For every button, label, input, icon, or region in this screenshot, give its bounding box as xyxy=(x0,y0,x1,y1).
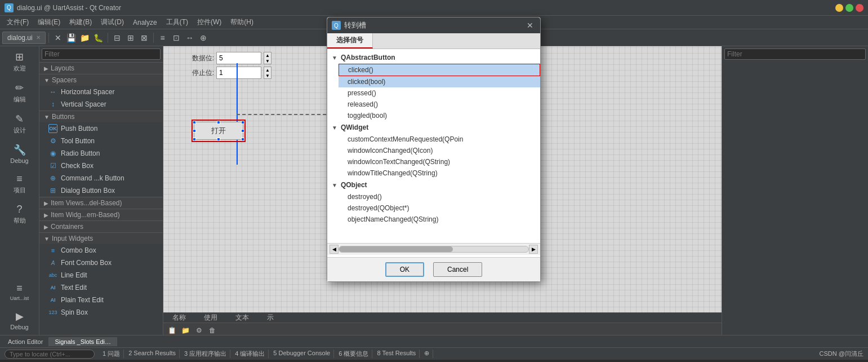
menu-edit[interactable]: 编辑(E) xyxy=(33,16,65,28)
stop-bits-down[interactable]: ▼ xyxy=(264,73,271,78)
signal-custom-context-menu[interactable]: customContextMenuRequested(QPoin xyxy=(339,134,540,145)
horizontal-scrollbar[interactable] xyxy=(339,246,529,253)
widget-command-button[interactable]: ⊕ Command ...k Button xyxy=(39,172,163,184)
modal-tab-select-signal[interactable]: 选择信号 xyxy=(327,33,373,48)
tree-section-qobject[interactable]: ▼ QObject destroyed() destroyed(QObject*… xyxy=(327,179,540,225)
tree-section-qwidget[interactable]: ▼ QWidget customContextMenuRequested(QPo… xyxy=(327,121,540,179)
widget-radio-button[interactable]: ◉ Radio Button xyxy=(39,147,163,160)
menu-tools[interactable]: 工具(T) xyxy=(162,16,193,28)
section-itemviews[interactable]: ▶ Item Views...del-Based) xyxy=(39,197,163,209)
status-overview[interactable]: 6 概要信息 xyxy=(335,350,372,358)
signal-released[interactable]: released() xyxy=(339,99,540,110)
toolbar-layout-v[interactable]: ⊞ xyxy=(124,32,137,44)
tab-close-icon[interactable]: ✕ xyxy=(36,34,41,41)
minimize-button[interactable] xyxy=(835,4,843,12)
sidebar-design[interactable]: ✎ 设计 xyxy=(3,109,37,138)
scrollbar-thumb[interactable] xyxy=(339,246,453,252)
locate-input[interactable] xyxy=(10,351,83,357)
data-bits-down[interactable]: ▼ xyxy=(264,58,271,64)
data-bits-arrows[interactable]: ▲ ▼ xyxy=(264,52,271,64)
widget-line-edit[interactable]: abc Line Edit xyxy=(39,269,163,281)
handle-mid-left[interactable] xyxy=(193,129,196,133)
handle-bot-left[interactable] xyxy=(193,138,196,141)
scroll-left-button[interactable]: ◀ xyxy=(330,245,339,254)
signal-clicked-bool[interactable]: clicked(bool) xyxy=(339,76,540,87)
tree-section-qabstractbutton[interactable]: ▼ QAbstractButton clicked() clicked(bool… xyxy=(327,51,540,121)
tab-action-editor[interactable]: Action Editor xyxy=(2,337,49,346)
close-window-button[interactable] xyxy=(856,4,863,12)
widget-filter-input[interactable] xyxy=(42,48,161,60)
status-add[interactable]: ⊕ xyxy=(421,350,433,358)
signal-object-name-changed[interactable]: objectNameChanged(QString) xyxy=(339,214,540,225)
locate-search[interactable] xyxy=(5,350,95,359)
status-debugger-console[interactable]: 5 Debugger Console xyxy=(270,350,334,358)
handle-top-left[interactable] xyxy=(193,121,196,124)
section-itemwidgets[interactable]: ▶ Item Widg...em-Based) xyxy=(39,209,163,220)
status-search-results[interactable]: 2 Search Results xyxy=(125,350,180,358)
signal-window-title-changed[interactable]: windowTitleChanged(QString) xyxy=(339,167,540,179)
qobject-header[interactable]: ▼ QObject xyxy=(327,179,540,191)
signal-destroyed[interactable]: destroyed() xyxy=(339,191,540,202)
stop-bits-input[interactable]: 1 xyxy=(216,67,261,79)
section-layouts[interactable]: ▶ Layouts xyxy=(39,62,163,74)
signal-window-icon-changed[interactable]: windowIconChanged(QIcon) xyxy=(339,145,540,156)
stop-bits-up[interactable]: ▲ xyxy=(264,67,271,73)
status-compile-output[interactable]: 4 编译输出 xyxy=(232,350,269,358)
widget-tool-button[interactable]: ⚙ Tool Button xyxy=(39,135,163,147)
widget-font-combo-box[interactable]: A Font Combo Box xyxy=(39,257,163,269)
widget-text-edit[interactable]: AI Text Edit xyxy=(39,281,163,294)
handle-top-right[interactable] xyxy=(241,121,244,124)
handle-bot-mid[interactable] xyxy=(217,138,220,141)
toolbar-more[interactable]: ⊕ xyxy=(197,32,210,44)
status-test-results[interactable]: 8 Test Results xyxy=(373,350,420,358)
widget-dialog-button-box[interactable]: ⊞ Dialog Button Box xyxy=(39,184,163,197)
modal-cancel-button[interactable]: Cancel xyxy=(433,262,482,277)
widget-check-box[interactable]: ☑ Check Box xyxy=(39,160,163,172)
stop-bits-arrows[interactable]: ▲ ▼ xyxy=(264,67,271,79)
signal-window-icon-text-changed[interactable]: windowIconTextChanged(QString) xyxy=(339,156,540,167)
section-inputwidgets[interactable]: ▼ Input Widgets xyxy=(39,232,163,244)
widget-h-spacer[interactable]: ↔ Horizontal Spacer xyxy=(39,86,163,98)
menu-build[interactable]: 构建(B) xyxy=(65,16,96,28)
canvas-button-selected[interactable]: 打开 xyxy=(192,120,246,142)
tab-signals-slots[interactable]: Signals _Slots Edi… xyxy=(49,337,117,346)
sidebar-uart[interactable]: ≡ Uart...ist xyxy=(3,279,37,304)
modal-close-button[interactable]: ✕ xyxy=(524,20,536,31)
toolbar-open-btn[interactable]: 📁 xyxy=(79,32,91,44)
menu-analyze[interactable]: Analyze xyxy=(128,17,162,28)
sidebar-debug[interactable]: 🔧 Debug xyxy=(3,140,37,167)
menu-debug[interactable]: 调试(D) xyxy=(96,16,128,28)
maximize-button[interactable] xyxy=(845,4,853,12)
toolbar-align[interactable]: ↔ xyxy=(184,32,196,44)
qabstractbutton-header[interactable]: ▼ QAbstractButton xyxy=(327,51,540,64)
sidebar-run-debug[interactable]: ▶ Debug xyxy=(3,307,37,334)
signal-toggled[interactable]: toggled(bool) xyxy=(339,110,540,121)
sidebar-edit[interactable]: ✏ 编辑 xyxy=(3,78,37,107)
status-app-output[interactable]: 3 应用程序输出 xyxy=(181,350,230,358)
status-problems[interactable]: 1 问题 xyxy=(99,350,124,358)
slot-toolbar-add[interactable]: 📋 xyxy=(166,324,178,335)
slot-toolbar-delete[interactable]: 🗑 xyxy=(206,324,219,335)
sidebar-projects[interactable]: ≡ 项目 xyxy=(3,170,37,198)
toolbar-layout-h[interactable]: ⊟ xyxy=(111,32,123,44)
qwidget-header[interactable]: ▼ QWidget xyxy=(327,121,540,134)
signal-clicked[interactable]: clicked() xyxy=(339,64,540,76)
handle-bot-right[interactable] xyxy=(241,138,244,141)
tab-dialog-ui[interactable]: dialog.ui ✕ xyxy=(2,32,46,44)
toolbar-close-btn[interactable]: ✕ xyxy=(52,32,64,44)
toolbar-debug-btn[interactable]: 🐛 xyxy=(92,32,105,44)
section-spacers[interactable]: ▼ Spacers xyxy=(39,74,163,86)
menu-help[interactable]: 帮助(H) xyxy=(226,16,258,28)
slot-toolbar-open[interactable]: 📁 xyxy=(179,324,192,335)
canvas-button[interactable]: 打开 xyxy=(194,122,243,140)
toolbar-save-btn[interactable]: 💾 xyxy=(65,32,78,44)
widget-combo-box[interactable]: ≡ Combo Box xyxy=(39,244,163,257)
menu-file[interactable]: 文件(F) xyxy=(2,16,33,28)
section-containers[interactable]: ▶ Containers xyxy=(39,220,163,232)
widget-plain-text-edit[interactable]: AI Plain Text Edit xyxy=(39,294,163,306)
toolbar-break[interactable]: ≡ xyxy=(157,32,169,44)
section-buttons[interactable]: ▼ Buttons xyxy=(39,111,163,122)
slot-toolbar-save[interactable]: ⚙ xyxy=(193,324,205,335)
widget-spin-box[interactable]: 123 Spin Box xyxy=(39,306,163,319)
widget-v-spacer[interactable]: ↕ Vertical Spacer xyxy=(39,98,163,111)
